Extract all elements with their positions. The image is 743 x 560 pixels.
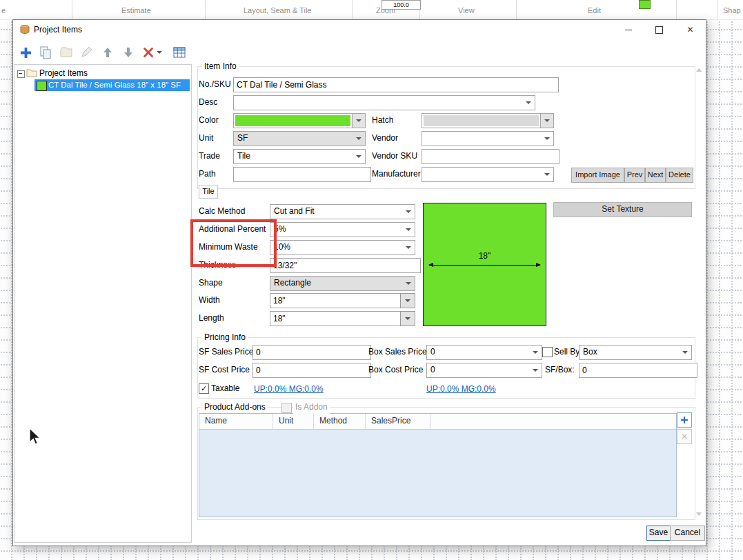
vendor-sku-input[interactable] <box>422 149 559 164</box>
sf-cost-price-input[interactable] <box>252 363 371 378</box>
set-texture-button[interactable]: Set Texture <box>553 202 692 217</box>
additional-percent-combobox[interactable]: 5% <box>270 222 415 237</box>
minimum-waste-label: Minimum Waste <box>199 240 258 254</box>
manufacturer-combobox[interactable] <box>422 167 554 182</box>
sf-margin-link[interactable]: UP:0.0% MG:0.0% <box>254 384 324 394</box>
tree-expander-icon[interactable] <box>17 70 25 78</box>
additional-percent-label: Additional Percent <box>199 222 266 236</box>
is-addon-checkbox[interactable] <box>281 403 292 413</box>
trade-combobox[interactable]: Tile <box>233 149 366 164</box>
table-grid-icon <box>172 46 186 59</box>
sell-by-value: Box <box>583 346 679 358</box>
taxable-checkbox[interactable]: ✓ <box>199 383 209 394</box>
chevron-down-icon <box>406 228 411 231</box>
calc-method-value: Cut and Fit <box>274 206 402 217</box>
unit-combobox[interactable]: SF <box>233 131 366 146</box>
add-addon-button[interactable] <box>677 412 692 428</box>
vendor-sku-label: Vendor SKU <box>372 149 417 163</box>
save-button[interactable]: Save <box>646 526 671 541</box>
box-margin-link[interactable]: UP:0.0% MG:0.0% <box>426 384 496 394</box>
box-cost-price-combobox[interactable]: 0 <box>426 363 542 378</box>
project-items-dialog: Project Items ✕ <box>12 19 706 546</box>
edit-item-button[interactable] <box>79 45 94 60</box>
length-input[interactable] <box>270 311 406 326</box>
vendor-combobox[interactable] <box>422 131 554 146</box>
tree-selected-item[interactable]: CT Dal Tile / Semi Glass 18" x 18" SF <box>34 79 190 91</box>
addons-table-header: Name Unit Method SalesPrice <box>199 414 676 430</box>
color-swatch-icon[interactable] <box>639 0 651 9</box>
sf-per-box-input[interactable] <box>579 363 697 378</box>
next-button[interactable]: Next <box>645 168 666 183</box>
thickness-input[interactable] <box>270 258 421 273</box>
chevron-down-icon <box>533 369 538 372</box>
ribbon-group-edit: Edit <box>588 6 601 14</box>
dialog-titlebar[interactable]: Project Items ✕ <box>13 20 706 39</box>
minimize-icon <box>625 30 632 30</box>
product-addons-group-label: Product Add-ons <box>201 401 268 412</box>
remove-addon-button[interactable]: ✕ <box>677 429 692 444</box>
scroll-up-icon[interactable] <box>696 68 702 72</box>
minimum-waste-combobox[interactable]: 10% <box>270 240 415 255</box>
calc-method-label: Calc Method <box>199 204 245 218</box>
column-header-unit: Unit <box>273 414 314 429</box>
import-image-button[interactable]: Import Image <box>571 168 624 183</box>
box-sales-price-label: Box Sales Price <box>368 345 427 359</box>
maximize-button[interactable] <box>644 20 675 39</box>
app-icon <box>19 24 30 35</box>
copy-item-button[interactable] <box>38 45 53 60</box>
move-up-button[interactable] <box>100 45 115 60</box>
calc-method-combobox[interactable]: Cut and Fit <box>270 204 415 219</box>
prev-button[interactable]: Prev <box>624 168 645 183</box>
chevron-down-icon <box>356 155 361 158</box>
dimension-label: 18" <box>424 251 546 261</box>
move-down-button[interactable] <box>121 45 136 60</box>
tab-tile[interactable]: Tile <box>199 185 218 199</box>
addons-table: Name Unit Method SalesPrice <box>199 413 677 517</box>
width-input[interactable] <box>270 293 406 308</box>
hatch-dropdown-button[interactable] <box>540 114 553 128</box>
no-sku-input[interactable] <box>233 77 559 92</box>
arrow-up-icon <box>101 46 115 59</box>
color-combobox[interactable] <box>233 113 366 128</box>
dimension-arrow-right-icon <box>536 263 541 267</box>
pencil-icon <box>79 46 93 59</box>
ribbon-group-view: View <box>458 6 475 14</box>
add-item-button[interactable] <box>18 45 33 60</box>
color-dropdown-button[interactable] <box>352 114 365 128</box>
close-icon: ✕ <box>686 25 693 34</box>
length-dropdown-button[interactable] <box>400 311 415 326</box>
trade-value: Tile <box>237 150 353 162</box>
path-label: Path <box>199 167 216 181</box>
close-button[interactable]: ✕ <box>675 20 706 39</box>
scroll-down-icon[interactable] <box>696 512 702 516</box>
width-dropdown-button[interactable] <box>400 293 415 308</box>
sf-sales-price-input[interactable] <box>252 345 371 360</box>
sell-by-checkbox[interactable] <box>542 347 553 357</box>
desc-combobox[interactable] <box>233 95 535 110</box>
grid-view-button[interactable] <box>172 45 187 60</box>
chevron-down-icon <box>682 351 688 354</box>
ribbon-separator <box>205 0 206 19</box>
tile-color-swatch-icon <box>37 81 47 91</box>
delete-item-button[interactable] <box>141 45 156 60</box>
chevron-down-icon <box>356 137 361 140</box>
hatch-combobox[interactable] <box>422 113 554 128</box>
tree-root-item[interactable]: Project Items <box>14 65 191 79</box>
delete-dropdown-button[interactable] <box>157 51 162 54</box>
vendor-label: Vendor <box>372 131 398 145</box>
sell-by-combobox[interactable]: Box <box>579 345 692 360</box>
desc-label: Desc <box>199 95 217 109</box>
dimension-arrow-left-icon <box>428 263 433 267</box>
ribbon-separator <box>352 0 353 19</box>
folder-button[interactable] <box>59 45 74 60</box>
chevron-down-icon <box>544 137 550 140</box>
zoom-level-input[interactable] <box>382 0 421 10</box>
delete-image-button[interactable]: Delete <box>666 168 693 183</box>
shape-combobox[interactable]: Rectangle <box>270 276 415 291</box>
cancel-button[interactable]: Cancel <box>670 526 705 541</box>
box-sales-price-combobox[interactable]: 0 <box>426 345 542 360</box>
path-input[interactable] <box>233 167 371 182</box>
unit-value: SF <box>237 132 353 144</box>
minimize-button[interactable] <box>613 20 644 39</box>
color-label: Color <box>199 113 219 127</box>
